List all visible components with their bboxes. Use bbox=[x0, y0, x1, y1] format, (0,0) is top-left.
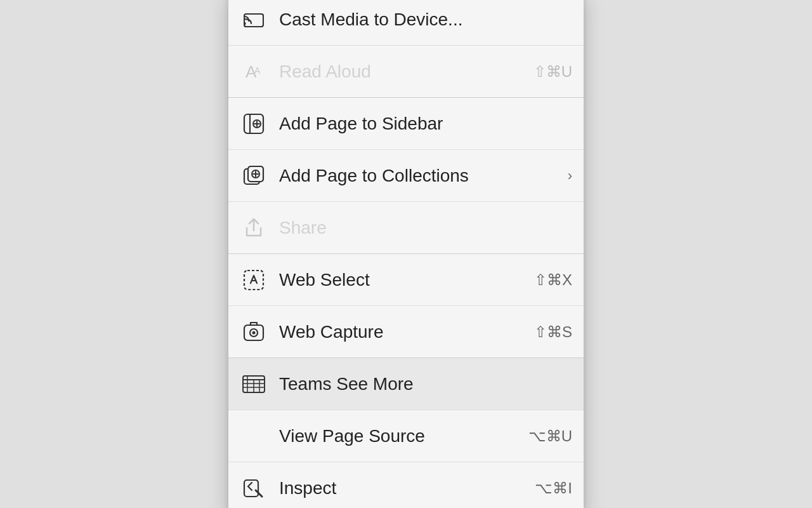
add-collections-icon bbox=[240, 162, 268, 190]
web-select-shortcut: ⇧⌘X bbox=[534, 271, 572, 289]
svg-text:A: A bbox=[254, 65, 261, 76]
collections-chevron-icon: › bbox=[568, 168, 572, 184]
share-icon bbox=[240, 214, 268, 242]
svg-rect-0 bbox=[244, 14, 263, 27]
add-sidebar-label: Add Page to Sidebar bbox=[279, 114, 572, 134]
svg-point-1 bbox=[244, 22, 246, 25]
menu-item-web-select[interactable]: Web Select ⇧⌘X bbox=[228, 254, 584, 306]
context-menu: Cast Media to Device... A A Read Aloud ⇧… bbox=[228, 0, 584, 508]
menu-item-add-collections[interactable]: Add Page to Collections › bbox=[228, 150, 584, 202]
menu-item-web-capture[interactable]: Web Capture ⇧⌘S bbox=[228, 306, 584, 358]
svg-point-18 bbox=[252, 331, 256, 334]
inspect-icon bbox=[240, 474, 268, 502]
web-select-icon bbox=[240, 266, 268, 294]
menu-item-inspect[interactable]: Inspect ⌥⌘I bbox=[228, 462, 584, 508]
inspect-label: Inspect bbox=[279, 478, 527, 498]
teams-icon bbox=[240, 370, 268, 398]
cast-media-label: Cast Media to Device... bbox=[279, 10, 572, 30]
view-page-source-shortcut: ⌥⌘U bbox=[528, 427, 572, 445]
web-select-label: Web Select bbox=[279, 270, 527, 290]
teams-see-more-label: Teams See More bbox=[279, 374, 572, 394]
add-collections-label: Add Page to Collections bbox=[279, 166, 563, 186]
menu-item-view-page-source[interactable]: View Page Source ⌥⌘U bbox=[228, 410, 584, 462]
read-aloud-icon: A A bbox=[240, 58, 268, 86]
web-capture-label: Web Capture bbox=[279, 322, 527, 342]
web-capture-shortcut: ⇧⌘S bbox=[534, 323, 572, 341]
cast-icon bbox=[240, 6, 268, 34]
menu-item-cast-media[interactable]: Cast Media to Device... bbox=[228, 0, 584, 46]
menu-item-add-sidebar[interactable]: Add Page to Sidebar bbox=[228, 98, 584, 150]
menu-item-share[interactable]: Share bbox=[228, 202, 584, 254]
menu-item-read-aloud[interactable]: A A Read Aloud ⇧⌘U bbox=[228, 46, 584, 98]
read-aloud-label: Read Aloud bbox=[279, 62, 526, 82]
read-aloud-shortcut: ⇧⌘U bbox=[534, 63, 572, 81]
share-label: Share bbox=[279, 218, 572, 238]
view-page-source-label: View Page Source bbox=[279, 426, 521, 446]
inspect-shortcut: ⌥⌘I bbox=[535, 479, 572, 497]
web-capture-icon bbox=[240, 318, 268, 346]
add-sidebar-icon bbox=[240, 110, 268, 138]
menu-item-teams-see-more[interactable]: Teams See More bbox=[228, 358, 584, 410]
